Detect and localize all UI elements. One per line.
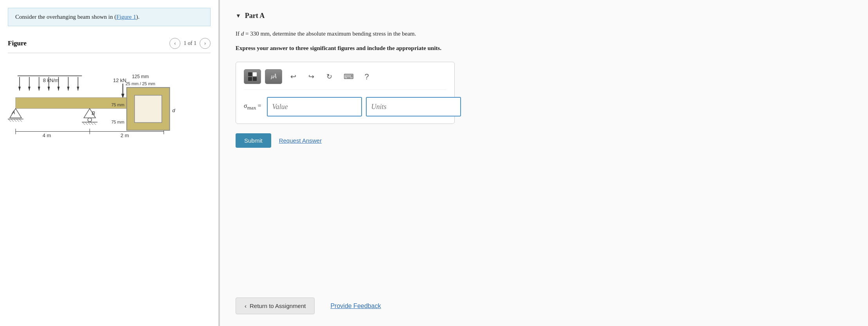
math-d: d [241, 30, 244, 37]
svg-line-36 [94, 122, 96, 125]
return-label: Return to Assignment [250, 303, 306, 309]
svg-text:125 mm: 125 mm [132, 74, 149, 79]
svg-text:75 mm: 75 mm [111, 120, 124, 124]
submit-button[interactable]: Submit [236, 133, 271, 148]
svg-text:75 mm: 75 mm [111, 102, 124, 107]
question-text: If d = 330 mm, determine the absolute ma… [236, 29, 852, 38]
sigma-label: σmax = [244, 102, 261, 111]
part-arrow: ▼ [236, 13, 241, 19]
bottom-row: ‹ Return to Assignment Provide Feedback [236, 297, 852, 314]
svg-marker-6 [38, 87, 40, 91]
svg-text:12 kN: 12 kN [113, 77, 126, 83]
svg-line-34 [88, 122, 90, 125]
page-info: 1 of 1 [184, 40, 196, 47]
answer-container: μÅ ↩ ↪ ↻ ⌨ ? σmax = [236, 62, 455, 124]
svg-marker-10 [58, 87, 60, 91]
svg-line-27 [20, 119, 22, 122]
svg-marker-4 [28, 87, 31, 91]
info-text-end: ). [136, 14, 140, 20]
next-button[interactable]: › [200, 38, 211, 49]
beam-svg: 8 kN/m 12 kN [8, 67, 211, 192]
figure-link[interactable]: Figure 1 [116, 14, 136, 20]
part-title: Part A [245, 12, 265, 20]
input-row: σmax = [244, 97, 447, 116]
figure-header: Figure ‹ 1 of 1 › [8, 38, 211, 53]
svg-line-23 [9, 119, 11, 122]
help-button[interactable]: ? [361, 71, 372, 82]
svg-marker-8 [48, 87, 50, 91]
return-arrow: ‹ [245, 303, 247, 309]
undo-button[interactable]: ↩ [286, 70, 300, 84]
return-button[interactable]: ‹ Return to Assignment [236, 297, 315, 314]
svg-text:8 kN/m: 8 kN/m [43, 77, 59, 83]
svg-line-25 [14, 119, 16, 122]
question-bold: Express your answer to three significant… [236, 44, 852, 53]
keyboard-button[interactable]: ⌨ [340, 70, 357, 84]
info-text-pre: Consider the overhanging beam shown in ( [15, 14, 116, 20]
mu-label: μÅ [271, 73, 276, 80]
units-input[interactable] [366, 97, 461, 116]
svg-line-24 [11, 119, 14, 122]
grid-layout-button[interactable] [244, 69, 261, 84]
nav-controls: ‹ 1 of 1 › [169, 38, 211, 49]
feedback-button[interactable]: Provide Feedback [330, 303, 381, 310]
svg-line-35 [91, 122, 93, 125]
figure-title: Figure [8, 39, 165, 47]
svg-line-32 [83, 122, 85, 125]
redo-button[interactable]: ↪ [304, 70, 318, 84]
left-panel: Consider the overhanging beam shown in (… [0, 0, 219, 326]
svg-line-33 [85, 122, 88, 125]
svg-marker-14 [77, 87, 79, 91]
info-box: Consider the overhanging beam shown in (… [8, 8, 211, 26]
refresh-button[interactable]: ↻ [322, 70, 336, 84]
toolbar: μÅ ↩ ↪ ↻ ⌨ ? [244, 69, 447, 90]
right-panel: ▼ Part A If d = 330 mm, determine the ab… [220, 0, 868, 326]
svg-text:B: B [92, 110, 95, 116]
svg-text:A: A [11, 109, 15, 115]
svg-line-26 [17, 119, 19, 122]
action-row: Submit Request Answer [236, 133, 852, 148]
mu-button[interactable]: μÅ [265, 69, 282, 84]
svg-text:4 m: 4 m [43, 133, 51, 138]
svg-marker-12 [67, 87, 69, 91]
svg-rect-47 [135, 95, 162, 123]
part-header: ▼ Part A [236, 12, 852, 20]
svg-text:25 mm / 25 mm: 25 mm / 25 mm [126, 81, 155, 86]
svg-marker-2 [18, 87, 21, 91]
svg-text:d: d [172, 107, 175, 113]
beam-diagram: 8 kN/m 12 kN [8, 67, 211, 193]
value-input[interactable] [267, 97, 362, 116]
request-answer-button[interactable]: Request Answer [279, 137, 322, 144]
svg-text:2 m: 2 m [121, 133, 129, 138]
prev-button[interactable]: ‹ [169, 38, 180, 49]
svg-point-29 [88, 118, 92, 122]
